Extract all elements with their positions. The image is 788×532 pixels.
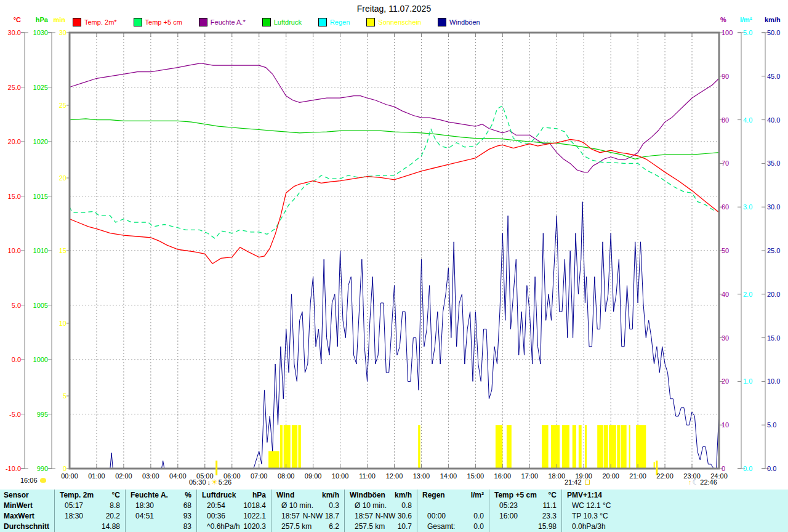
table-cell: Ø 10 min.0.8 [345, 501, 417, 511]
x-tick-label: 15:00 [467, 472, 484, 480]
tick-label: 45.0 [767, 73, 780, 80]
table-cell: TP 10.3 °C [562, 511, 788, 522]
table-cell: 83 [126, 522, 196, 532]
table-cell: Gesamt:0.0 [417, 522, 489, 532]
tick-label: 50 [722, 247, 729, 254]
tick-label: 60 [722, 203, 729, 211]
table-cell-right: 0.0 [473, 511, 484, 522]
tick-label: 1020 [33, 138, 48, 145]
tick-label: 5.0 [12, 302, 21, 309]
moonset-annotation: 16:06 [20, 476, 46, 484]
moonrise-annotation: ↑ ☾ 22:46 [688, 478, 717, 486]
table-cell-right: 14.88 [102, 522, 120, 532]
x-tick-label: 08:00 [278, 472, 295, 480]
tick-label: 995 [37, 411, 48, 418]
x-tick-label: 21:00 [629, 472, 646, 480]
table-cell-right: 68 [183, 501, 191, 511]
sunshine-bar [654, 462, 655, 469]
tick-label: 20 [59, 174, 66, 182]
table-cell: WC 12.1 °C [562, 501, 788, 511]
table-cell: 04:5193 [126, 511, 196, 522]
table-cell: 18:57N-NW 30.6 [345, 511, 417, 522]
tick-label: 10 [59, 320, 66, 327]
sunshine-bar [280, 425, 283, 469]
x-tick-label: 18:00 [548, 472, 565, 480]
tick-label: 15 [59, 247, 66, 254]
sun-icon: ☀ [211, 478, 218, 486]
table-row-label: Durchschnitt [0, 522, 54, 532]
table-cell: 05:178.8 [55, 501, 125, 511]
table-cell-left: TP 10.3 °C [562, 511, 788, 522]
table-cell: 18:3068 [126, 501, 196, 511]
x-tick-label: 02:00 [115, 472, 132, 480]
table-column-header: Windkm/h [271, 490, 344, 501]
table-cell-right: 93 [183, 511, 191, 522]
table-cell: 00:361022.1 [197, 511, 271, 522]
tick-label: 70 [722, 159, 729, 167]
table-cell: 15.98 [489, 522, 561, 532]
table-row-label: MaxWert [0, 511, 54, 522]
sunshine-bar [298, 425, 300, 469]
table-cell-right: 6.2 [329, 522, 339, 532]
sunshine-bar [621, 425, 627, 469]
table-cell: 0.0hPa/3h [562, 522, 788, 532]
table-column-header: Regenl/m² [417, 490, 489, 501]
table-column-unit: °C [112, 490, 120, 501]
x-tick-label: 17:00 [521, 472, 539, 480]
table-column-header: PMV+1:14 [562, 490, 788, 501]
sunshine-bar [597, 425, 603, 469]
table-column-unit: % [185, 490, 191, 501]
tick-label: 2.0 [743, 291, 752, 298]
tick-label: 0.0 [767, 465, 776, 472]
tick-label: 5.0 [767, 421, 776, 429]
table-column-windb-en: Windböenkm/hØ 10 min.0.818:57N-NW 30.625… [345, 490, 417, 532]
arrow-up-icon: ↑ [688, 478, 692, 486]
x-tick-label: 10:00 [332, 472, 349, 480]
tick-label: 30 [59, 29, 66, 36]
table-column-header: Temp +5 cm°C [489, 490, 561, 501]
sunshine-bar [418, 425, 420, 469]
table-column-unit: l/m² [471, 490, 484, 501]
table-label-column: SensorMinWertMaxWertDurchschnitt [0, 490, 55, 532]
table-cell: 16:0023.3 [489, 511, 561, 522]
x-tick-label: 11:00 [359, 472, 376, 480]
tick-label: 1005 [33, 302, 48, 309]
tick-label: 0.0 [743, 465, 752, 472]
table-cell-right: 0.0 [473, 522, 484, 532]
table-cell: 00:000.0 [417, 511, 489, 522]
x-tick-label: 20:00 [602, 472, 619, 480]
sunshine-bar [507, 425, 512, 469]
table-cell-right: 10.7 [398, 522, 412, 532]
tick-label: 100 [722, 29, 733, 36]
x-tick-label: 09:00 [305, 472, 322, 480]
table-cell-right: 20.2 [106, 511, 120, 522]
table-cell: 257.5 km6.2 [271, 522, 344, 532]
table-cell: 18:3020.2 [55, 511, 125, 522]
table-cell-left: 0.0hPa/3h [562, 522, 788, 532]
sunshine-bar [551, 425, 560, 469]
table-column-wind: Windkm/hØ 10 min.0.318:57N-NW 18.7257.5 … [271, 490, 345, 532]
tick-label: 35.0 [767, 159, 780, 167]
table-cell-right: 0.8 [401, 501, 412, 511]
sunrise-time: 5:26 [219, 478, 231, 486]
table-column-feuchte-a-: Feuchte A.%18:306804:519383 [126, 490, 197, 532]
series-temp-2m-line [70, 140, 719, 264]
sunshine-bar [496, 425, 502, 469]
table-cell-right: 15.98 [538, 522, 557, 532]
table-cell: ^0.6hPa/h1020.3 [197, 522, 271, 532]
table-cell-right: 11.1 [543, 501, 557, 511]
sunshine-bar [629, 425, 630, 469]
tick-label: 15.0 [767, 334, 780, 342]
x-tick-label: 22:00 [656, 472, 673, 480]
tick-label: 4.0 [743, 116, 752, 124]
table-column-unit: km/h [395, 490, 412, 501]
tick-label: 25 [59, 102, 66, 109]
tick-label: 0 [63, 465, 66, 472]
tick-label: 1015 [33, 193, 48, 200]
moonrise-time: 22:46 [700, 478, 717, 486]
tick-label: 10.0 [8, 247, 21, 254]
table-column-name: PMV+1:14 [562, 490, 788, 501]
weather-station-page: Freitag, 11.07.2025 °C hPa min % l/m² km… [0, 0, 788, 532]
table-cell-left: WC 12.1 °C [562, 501, 788, 511]
tick-label: 0 [722, 465, 725, 472]
